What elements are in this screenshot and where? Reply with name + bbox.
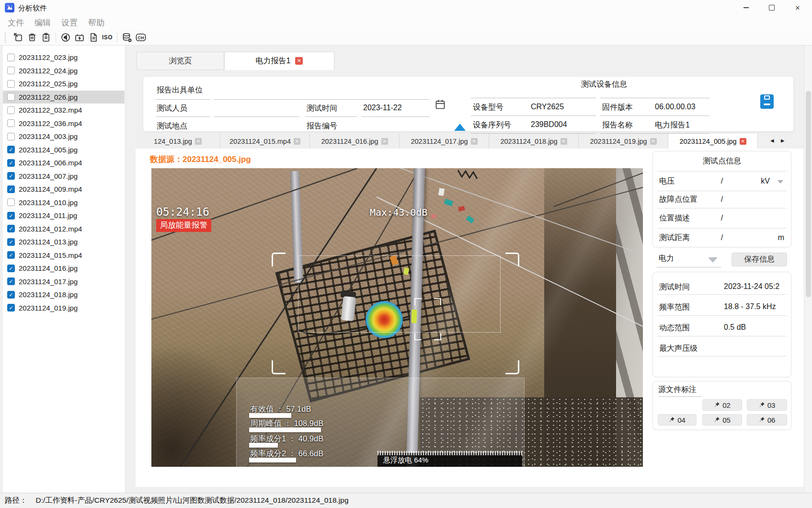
report-name-value[interactable]: 电力报告1 <box>655 120 690 130</box>
point-row-value[interactable]: / <box>721 195 723 204</box>
image-tab[interactable]: 20231124_017.jpg✕ <box>400 134 489 149</box>
file-list-item[interactable]: 20231122_024.jpg <box>3 64 125 78</box>
point-row-value[interactable]: / <box>721 214 723 222</box>
file-list-item[interactable]: 20231124_010.jpg <box>3 196 125 209</box>
toolbar-clipboard-icon[interactable] <box>40 31 52 44</box>
image-tab[interactable]: 20231124_019.jpg✕ <box>579 134 668 149</box>
tester-input[interactable] <box>214 116 299 117</box>
tab-scroll-left-icon[interactable]: ◂ <box>770 137 774 144</box>
file-list-item[interactable]: 20231122_023.jpg <box>3 51 125 64</box>
image-tab[interactable]: 20231124_018.jpg✕ <box>489 134 579 149</box>
file-list-item[interactable]: ✓20231124_017.jpg <box>3 275 125 289</box>
file-checkbox[interactable] <box>7 133 15 140</box>
save-report-button[interactable] <box>760 94 774 111</box>
tab-close-icon[interactable]: ✕ <box>740 138 746 145</box>
file-list-item[interactable]: ✓20231124_018.jpg <box>3 288 125 301</box>
file-checkbox[interactable] <box>7 198 15 206</box>
toolbar-iso-icon[interactable]: ISO <box>101 31 114 44</box>
file-list-item[interactable]: ✓20231124_006.mp4 <box>3 156 125 170</box>
file-checkbox[interactable]: ✓ <box>7 225 15 232</box>
file-list-item[interactable]: 20231122_032.mp4 <box>3 104 125 117</box>
file-checkbox[interactable]: ✓ <box>7 277 15 285</box>
point-row-value[interactable]: / <box>721 177 723 185</box>
file-list-item[interactable]: ✓20231124_007.jpg <box>3 170 125 183</box>
file-checkbox[interactable]: ✓ <box>7 291 15 299</box>
menu-item-3[interactable]: 帮助 <box>86 17 106 28</box>
tab-scroll-right-icon[interactable]: ▸ <box>781 137 785 144</box>
file-list-item[interactable]: ✓20231124_011.jpg <box>3 209 125 222</box>
file-checkbox[interactable]: ✓ <box>7 265 15 272</box>
menu-item-1[interactable]: 编辑 <box>33 17 53 28</box>
report-type-select[interactable]: 电力 <box>659 254 674 264</box>
file-list-item[interactable]: ✓20231124_016.jpg <box>3 262 125 275</box>
save-info-button[interactable]: 保存信息 <box>732 253 787 266</box>
pin-button-06[interactable]: 06 <box>747 414 787 426</box>
file-checkbox[interactable]: ✓ <box>7 238 15 246</box>
minimize-icon[interactable] <box>735 0 757 15</box>
issuer-input[interactable] <box>214 99 430 100</box>
unit-label[interactable]: m <box>778 233 784 242</box>
image-tab[interactable]: 20231124_015.mp4✕ <box>220 134 310 149</box>
tab-close-icon[interactable]: ✕ <box>294 138 300 145</box>
file-list-item[interactable]: ✓20231124_005.jpg <box>3 143 125 157</box>
file-checkbox[interactable] <box>7 67 15 74</box>
photo-viewer[interactable]: 05:24:16 局放能量报警 Max:43.0dB 悬浮放电 64% 有效值 … <box>151 168 643 467</box>
chevron-down-icon[interactable] <box>778 180 783 184</box>
file-list-item[interactable]: ✓20231124_009.mp4 <box>3 183 125 196</box>
tab-close-icon[interactable]: ✕ <box>295 57 303 65</box>
tab-close-icon[interactable]: ✕ <box>650 138 657 145</box>
file-checkbox[interactable]: ✓ <box>7 146 15 153</box>
toolbar-import-icon[interactable] <box>12 31 24 44</box>
toolbar-sound-icon[interactable] <box>59 31 72 44</box>
toolbar-delete-icon[interactable] <box>26 31 38 44</box>
pin-button-04[interactable]: 04 <box>658 414 697 426</box>
tab-close-icon[interactable]: ✕ <box>471 138 478 145</box>
chevron-down-icon[interactable] <box>708 257 718 263</box>
collapse-arrow-icon[interactable] <box>454 124 466 131</box>
file-list-item[interactable]: ✓20231124_013.jpg <box>3 235 125 249</box>
firmware-value[interactable]: 06.00.00.03 <box>655 103 696 111</box>
file-checkbox[interactable] <box>7 106 15 114</box>
test-time-input[interactable] <box>361 116 430 117</box>
pin-button-03[interactable]: 03 <box>747 399 787 411</box>
point-row-value[interactable]: / <box>721 233 723 242</box>
file-list-item[interactable]: ✓20231124_015.mp4 <box>3 249 125 262</box>
tab-浏览页[interactable]: 浏览页 <box>137 52 224 70</box>
file-list-item[interactable]: 20231124_003.jpg <box>3 130 125 143</box>
vertical-scrollbar[interactable] <box>804 46 812 493</box>
file-list-item[interactable]: 20231122_026.jpg <box>3 91 125 104</box>
menu-item-0[interactable]: 文件 <box>6 17 26 28</box>
tab-close-icon[interactable]: ✕ <box>195 138 202 145</box>
file-list-item[interactable]: ✓20231124_012.mp4 <box>3 222 125 236</box>
toolbar-battery-icon[interactable] <box>73 31 86 44</box>
menu-item-2[interactable]: 设置 <box>59 17 80 28</box>
file-checkbox[interactable]: ✓ <box>7 251 15 259</box>
scrollbar-thumb[interactable] <box>806 91 811 297</box>
file-checkbox[interactable] <box>7 54 15 61</box>
image-tab[interactable]: 20231124_016.jpg✕ <box>310 134 400 149</box>
file-list-item[interactable]: ✓20231124_019.jpg <box>3 301 125 315</box>
close-icon[interactable]: ✕ <box>787 0 809 15</box>
file-checkbox[interactable]: ✓ <box>7 159 15 167</box>
image-tab[interactable]: 20231124_005.jpg✕ <box>668 134 758 149</box>
tab-close-icon[interactable]: ✕ <box>560 138 567 145</box>
toolbar-document-icon[interactable] <box>87 31 100 44</box>
pin-button-02[interactable]: 02 <box>702 399 742 411</box>
file-checkbox[interactable] <box>7 80 15 88</box>
file-list-item[interactable]: 20231122_036.mp4 <box>3 117 125 130</box>
image-tab[interactable]: 124_013.jpg✕ <box>136 134 220 149</box>
pin-button-05[interactable]: 05 <box>702 414 742 426</box>
test-time-value[interactable]: 2023-11-22 <box>363 104 402 112</box>
device-model-value[interactable]: CRY2625 <box>531 103 564 111</box>
toolbar-channel-icon[interactable]: CH <box>135 31 147 44</box>
file-checkbox[interactable] <box>7 93 15 101</box>
tab-电力报告1[interactable]: 电力报告1✕ <box>224 52 334 70</box>
file-checkbox[interactable]: ✓ <box>7 185 15 193</box>
serial-value[interactable]: 239BD004 <box>531 120 567 129</box>
unit-label[interactable]: kV <box>761 177 770 185</box>
file-checkbox[interactable] <box>7 119 15 127</box>
file-list-item[interactable]: 20231122_025.jpg <box>3 77 125 91</box>
file-checkbox[interactable]: ✓ <box>7 172 15 180</box>
calendar-icon[interactable] <box>435 99 446 112</box>
toolbar-database-icon[interactable] <box>121 31 133 44</box>
